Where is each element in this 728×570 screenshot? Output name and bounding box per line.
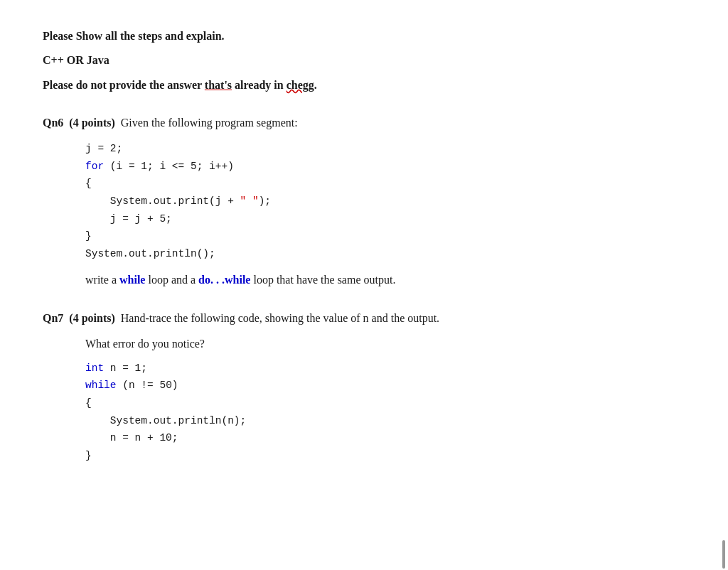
question-6-block: Qn6 (4 points) Given the following progr… [43, 114, 685, 288]
q6-code-line5: j = j + 5; [85, 210, 685, 228]
question-6-header: Qn6 (4 points) Given the following progr… [43, 114, 685, 131]
q6-points: (4 points) [69, 114, 114, 131]
q7-intro2: What error do you notice? [85, 335, 685, 353]
question-7-block: Qn7 (4 points) Hand-trace the following … [43, 310, 685, 465]
q7-points: (4 points) [69, 310, 114, 327]
q6-write-instruction: write a while loop and a do. . .while lo… [85, 271, 685, 289]
header-line-1: Please Show all the steps and explain. [43, 28, 685, 44]
q6-code-line3: { [85, 175, 685, 193]
q7-code-block: int n = 1; while (n != 50) { System.out.… [85, 360, 685, 465]
underlined-thats: that's [205, 79, 232, 91]
q7-code-line6: } [85, 447, 685, 465]
question-7-header: Qn7 (4 points) Hand-trace the following … [43, 310, 685, 327]
q7-code-line5: n = n + 10; [85, 429, 685, 447]
scrollbar[interactable] [722, 540, 725, 569]
header-section: Please Show all the steps and explain. C… [43, 28, 685, 93]
q7-body: What error do you notice? [85, 335, 685, 353]
q6-dowhile-keyword: do. . .while [198, 274, 250, 286]
underlined-chegg: chegg [287, 79, 314, 91]
q6-code-line4: System.out.print(j + " "); [85, 193, 685, 210]
q6-code-line2: for (i = 1; i <= 5; i++) [85, 158, 685, 176]
q7-code-line1: int n = 1; [85, 360, 685, 377]
q6-while-keyword: while [119, 274, 145, 286]
q6-code-line1: j = 2; [85, 140, 685, 158]
q6-intro: Given the following program segment: [121, 114, 298, 131]
q7-code-line4: System.out.println(n); [85, 412, 685, 430]
questions-section: Qn6 (4 points) Given the following progr… [43, 114, 685, 464]
header-line-3: Please do not provide the answer that's … [43, 77, 685, 93]
q7-code-line2: while (n != 50) [85, 377, 685, 394]
q6-label: Qn6 [43, 114, 63, 131]
q6-code-line6: } [85, 227, 685, 245]
q7-intro: Hand-trace the following code, showing t… [121, 310, 439, 327]
q7-code-line3: { [85, 394, 685, 412]
q6-code-line7: System.out.println(); [85, 245, 685, 263]
q7-label: Qn7 [43, 310, 63, 327]
q6-code-block: j = 2; for (i = 1; i <= 5; i++) { System… [85, 140, 685, 262]
header-line-2: C++ OR Java [43, 53, 685, 68]
